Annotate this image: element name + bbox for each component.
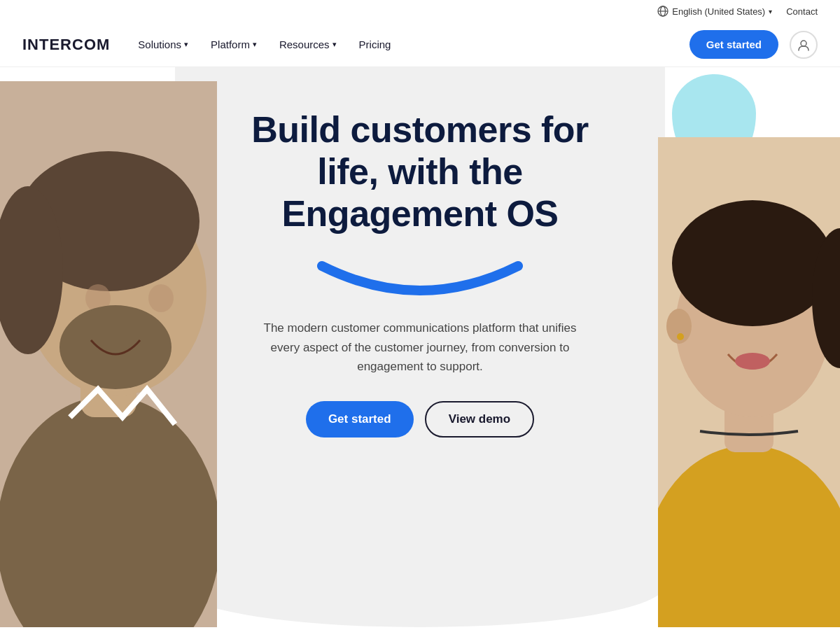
smile-arc-decoration: [308, 255, 532, 298]
contact-link[interactable]: Contact: [786, 6, 818, 17]
nav-platform[interactable]: Platform ▾: [211, 38, 257, 50]
hero-headline-line3: Engagement OS: [281, 193, 558, 234]
top-bar: English (United States) ▾ Contact: [0, 0, 840, 22]
globe-icon: [657, 6, 668, 17]
svg-point-11: [148, 284, 174, 312]
logo[interactable]: INTERCOM: [22, 36, 110, 54]
view-demo-button[interactable]: View demo: [425, 401, 535, 438]
nav-pricing-label: Pricing: [359, 38, 391, 50]
person-right: [658, 137, 840, 627]
hero-headline: Build customers for life, with the Engag…: [251, 109, 589, 234]
chevron-down-icon: ▾: [769, 8, 772, 15]
nav-platform-label: Platform: [211, 38, 250, 50]
nav-actions: Get started: [690, 30, 818, 59]
get-started-button-nav[interactable]: Get started: [690, 30, 778, 59]
hero-section: Build customers for life, with the Engag…: [0, 67, 840, 627]
svg-point-18: [672, 200, 833, 326]
hero-headline-line1: Build customers for: [251, 109, 589, 150]
svg-point-3: [801, 41, 806, 46]
nav-links: Solutions ▾ Platform ▾ Resources ▾ Prici…: [138, 38, 689, 50]
svg-point-22: [677, 333, 684, 340]
chevron-down-icon: ▾: [332, 40, 337, 49]
chevron-down-icon: ▾: [184, 40, 188, 49]
hero-buttons: Get started View demo: [306, 401, 534, 438]
nav-resources-label: Resources: [279, 38, 330, 50]
navbar: INTERCOM Solutions ▾ Platform ▾ Resource…: [0, 22, 840, 67]
svg-rect-15: [693, 487, 805, 627]
avatar-button[interactable]: [790, 31, 818, 59]
nav-pricing[interactable]: Pricing: [359, 38, 391, 50]
person-left: [0, 81, 217, 627]
svg-point-21: [735, 353, 770, 370]
svg-point-12: [59, 305, 172, 389]
chevron-down-icon: ▾: [253, 40, 257, 49]
get-started-button-hero[interactable]: Get started: [306, 401, 414, 438]
language-selector[interactable]: English (United States) ▾: [657, 6, 772, 17]
language-label: English (United States): [672, 6, 765, 17]
hero-subtext: The modern customer communications platf…: [259, 318, 581, 376]
nav-solutions-label: Solutions: [138, 38, 181, 50]
nav-resources[interactable]: Resources ▾: [279, 38, 337, 50]
hero-headline-line2: life, with the: [317, 151, 522, 192]
hero-content: Build customers for life, with the Engag…: [203, 109, 637, 438]
nav-solutions[interactable]: Solutions ▾: [138, 38, 188, 50]
